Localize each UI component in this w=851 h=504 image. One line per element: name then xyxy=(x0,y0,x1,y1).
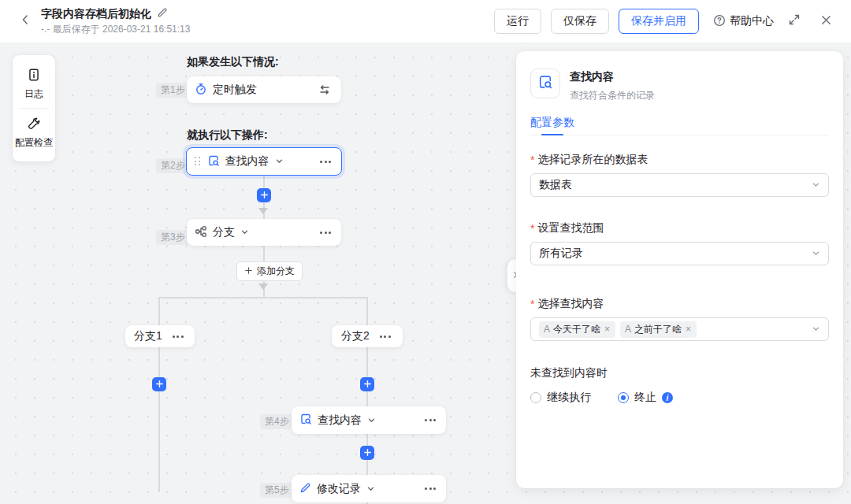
step5-node-label: 修改记录 xyxy=(317,482,361,496)
add-step-button-branch1[interactable] xyxy=(152,377,166,391)
range-select-value: 所有记录 xyxy=(539,246,583,261)
save-only-button[interactable]: 仅保存 xyxy=(551,9,609,34)
more-menu-icon[interactable] xyxy=(318,229,333,236)
tag-label: 今天干了啥 xyxy=(553,323,600,336)
last-saved-text: -.- 最后保存于 2026-03-21 16:51:13 xyxy=(41,23,190,36)
close-button[interactable] xyxy=(815,10,837,32)
remove-tag-icon[interactable]: × xyxy=(604,324,611,335)
drag-handle-icon[interactable] xyxy=(195,157,201,166)
range-select[interactable]: 所有记录 xyxy=(530,242,829,265)
branch2-node[interactable]: 分支2 xyxy=(332,325,403,347)
tag-label: 之前干了啥 xyxy=(634,323,682,336)
field-table-label-text: 选择记录所在的数据表 xyxy=(537,153,648,167)
panel-subtitle: 查找符合条件的记录 xyxy=(570,89,655,102)
panel-tabs: 配置参数 xyxy=(530,115,829,135)
chevron-down-icon xyxy=(812,179,820,191)
search-record-icon-tile xyxy=(530,69,560,98)
add-step-button-mid[interactable] xyxy=(360,446,374,460)
chevron-down-icon[interactable] xyxy=(367,414,376,427)
required-marker: * xyxy=(530,154,534,166)
more-menu-icon[interactable] xyxy=(377,333,393,340)
branch2-label: 分支2 xyxy=(341,329,370,343)
action-section-title: 就执行以下操作: xyxy=(187,128,268,143)
not-found-options: 继续执行 终止 i xyxy=(530,391,829,405)
step2-node-search-records[interactable]: 查找内容 xyxy=(186,147,342,176)
arrow-down-icon xyxy=(258,208,268,214)
selected-field-tag: A 今天干了啥 × xyxy=(539,321,615,338)
table-select[interactable]: 数据表 xyxy=(530,173,829,197)
step3-badge: 第3步 xyxy=(156,230,190,245)
text-field-type-icon: A xyxy=(544,324,550,335)
plus-icon xyxy=(363,446,372,460)
radio-unchecked-icon[interactable] xyxy=(530,392,541,403)
step1-badge: 第1步 xyxy=(156,83,190,98)
trigger-node[interactable]: 定时触发 xyxy=(187,76,341,103)
add-branch-button[interactable]: 添加分支 xyxy=(236,261,303,281)
more-menu-icon[interactable] xyxy=(422,417,438,424)
radio-stop-label: 终止 xyxy=(634,391,656,405)
wrench-icon xyxy=(27,117,41,133)
help-center-link[interactable]: 帮助中心 xyxy=(713,14,774,29)
step5-node-modify-record[interactable]: 修改记录 xyxy=(292,475,446,502)
chevron-down-icon xyxy=(812,323,820,335)
header-actions: 运行 仅保存 保存并启用 帮助中心 xyxy=(494,9,837,34)
radio-continue[interactable]: 继续执行 xyxy=(530,391,591,405)
field-range-label: * 设置查找范围 xyxy=(530,221,829,235)
tab-active-underline xyxy=(541,134,563,136)
expand-icon xyxy=(788,13,801,29)
trigger-node-label: 定时触发 xyxy=(213,83,257,97)
config-panel: 查找内容 查找符合条件的记录 配置参数 * 选择记录所在的数据表 数据表 * 设… xyxy=(516,51,843,488)
branch-icon xyxy=(195,225,207,240)
step4-badge: 第4步 xyxy=(260,414,294,429)
radio-checked-icon[interactable] xyxy=(618,392,629,403)
step2-badge: 第2步 xyxy=(156,158,190,173)
chevron-down-icon[interactable] xyxy=(275,155,284,168)
more-menu-icon[interactable] xyxy=(170,333,186,340)
step4-node-search-records[interactable]: 查找内容 xyxy=(292,406,446,434)
required-marker: * xyxy=(530,298,534,310)
chevron-down-icon[interactable] xyxy=(366,483,375,495)
search-record-icon xyxy=(207,154,220,169)
swap-trigger-icon[interactable] xyxy=(316,81,333,98)
chevron-down-icon[interactable] xyxy=(240,226,249,239)
not-found-label: 未查找到内容时 xyxy=(530,366,829,380)
field-content-label-text: 选择查找内容 xyxy=(537,297,604,311)
run-button[interactable]: 运行 xyxy=(494,9,541,34)
search-record-icon xyxy=(299,413,312,428)
text-field-type-icon: A xyxy=(625,324,631,335)
field-table-label: * 选择记录所在的数据表 xyxy=(530,153,829,167)
step3-node-branch[interactable]: 分支 xyxy=(187,219,341,246)
plus-icon xyxy=(363,377,372,391)
back-button[interactable] xyxy=(14,10,36,32)
more-menu-icon[interactable] xyxy=(422,485,438,492)
edit-title-icon[interactable] xyxy=(157,7,168,21)
fullscreen-button[interactable] xyxy=(783,10,805,32)
info-icon[interactable]: i xyxy=(662,392,673,403)
log-tool-label: 日志 xyxy=(24,88,43,99)
chevron-down-icon xyxy=(812,247,820,260)
add-step-button-branch2[interactable] xyxy=(360,377,374,391)
plus-icon xyxy=(244,266,253,277)
table-select-value: 数据表 xyxy=(539,178,572,192)
add-step-button[interactable] xyxy=(257,188,271,202)
radio-stop[interactable]: 终止 i xyxy=(618,391,673,405)
arrow-down-icon xyxy=(258,284,268,290)
page-title: 字段内容存档后初始化 xyxy=(41,7,151,21)
step5-badge: 第5步 xyxy=(260,483,294,498)
panel-title: 查找内容 xyxy=(570,70,655,84)
plus-icon xyxy=(155,377,164,391)
canvas-toolbox: 日志 配置检查 xyxy=(13,55,55,161)
config-check-tool[interactable]: 配置检查 xyxy=(13,112,55,154)
save-and-enable-button[interactable]: 保存并启用 xyxy=(619,9,699,34)
branch1-node[interactable]: 分支1 xyxy=(125,325,195,347)
more-menu-icon[interactable] xyxy=(318,158,333,165)
field-content-label: * 选择查找内容 xyxy=(530,297,829,311)
remove-tag-icon[interactable]: × xyxy=(685,324,692,335)
pencil-icon xyxy=(299,482,311,496)
radio-continue-label: 继续执行 xyxy=(547,391,591,405)
config-check-tool-label: 配置检查 xyxy=(15,137,53,148)
content-multiselect[interactable]: A 今天干了啥 × A 之前干了啥 × xyxy=(530,317,829,341)
close-icon xyxy=(820,14,832,29)
log-tool[interactable]: 日志 xyxy=(13,63,55,105)
trigger-section-title: 如果发生以下情况: xyxy=(187,55,279,69)
